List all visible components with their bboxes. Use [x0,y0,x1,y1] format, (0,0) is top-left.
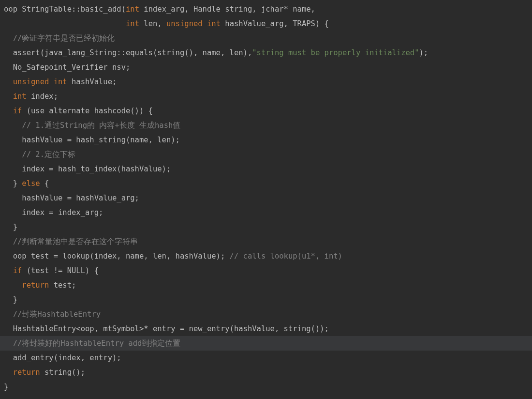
code-line: No_Safepoint_Verifier nsv; [0,60,532,75]
code-line: unsigned int hashValue; [0,75,532,89]
code-line: //验证字符串是否已经初始化 [0,31,532,46]
code-line: //封装HashtableEntry [0,307,532,322]
code-line: return string(); [0,365,532,380]
code-editor[interactable]: oop StringTable::basic_add(int index_arg… [0,0,532,394]
code-line: oop test = lookup(index, name, len, hash… [0,249,532,263]
code-line: index = hash_to_index(hashValue); [0,162,532,176]
code-line: if (use_alternate_hashcode()) { [0,104,532,118]
code-line: if (test != NULL) { [0,263,532,278]
code-line-highlighted: //将封装好的HashtableEntry add到指定位置 [0,336,532,351]
code-line: int index; [0,89,532,104]
code-line: int len, unsigned int hashValue_arg, TRA… [0,16,532,31]
code-line: return test; [0,278,532,292]
code-line: hashValue = hashValue_arg; [0,191,532,205]
code-line: hashValue = hash_string(name, len); [0,133,532,147]
code-line: // 1.通过String的 内容+长度 生成hash值 [0,118,532,133]
code-line: add_entry(index, entry); [0,351,532,365]
code-line: } [0,380,532,394]
code-line: // 2.定位下标 [0,147,532,162]
code-line: oop StringTable::basic_add(int index_arg… [0,2,532,16]
code-line: assert(java_lang_String::equals(string()… [0,46,532,60]
code-line: } else { [0,176,532,191]
code-line: index = index_arg; [0,205,532,220]
code-line: HashtableEntry<oop, mtSymbol>* entry = n… [0,322,532,336]
code-line: } [0,220,532,234]
code-line: //判断常量池中是否存在这个字符串 [0,234,532,249]
code-line: } [0,292,532,307]
